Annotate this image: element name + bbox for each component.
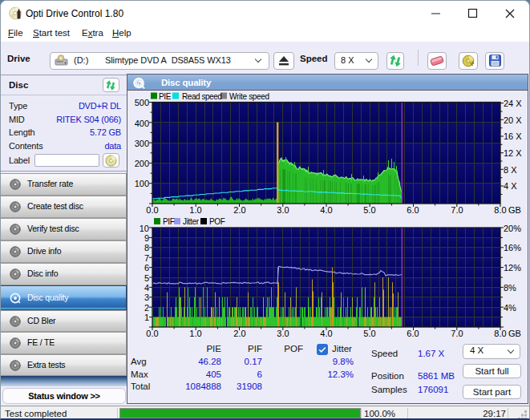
svg-text:20%: 20% xyxy=(504,224,521,233)
svg-text:2.0: 2.0 xyxy=(233,205,245,215)
svg-text:5: 5 xyxy=(144,273,149,283)
svg-text:400: 400 xyxy=(135,119,149,128)
svg-text:Read speed: Read speed xyxy=(182,92,221,101)
svg-text:0.0: 0.0 xyxy=(146,329,158,338)
svg-text:3: 3 xyxy=(144,293,149,302)
svg-text:1.0: 1.0 xyxy=(189,205,201,215)
svg-text:300: 300 xyxy=(135,139,149,148)
svg-text:4.0: 4.0 xyxy=(320,205,332,215)
svg-text:7.0: 7.0 xyxy=(451,329,463,338)
svg-text:10: 10 xyxy=(140,224,149,233)
svg-text:8: 8 xyxy=(144,243,149,252)
svg-text:24 X: 24 X xyxy=(504,99,522,108)
svg-text:9: 9 xyxy=(144,233,149,243)
svg-text:POF: POF xyxy=(209,217,225,226)
svg-text:100: 100 xyxy=(135,179,149,188)
svg-text:200: 200 xyxy=(135,159,149,168)
svg-text:12%: 12% xyxy=(504,263,521,273)
svg-text:2.0: 2.0 xyxy=(233,329,245,338)
svg-text:Write speed: Write speed xyxy=(229,92,269,101)
svg-text:4: 4 xyxy=(144,283,149,293)
svg-text:5.0: 5.0 xyxy=(363,205,375,215)
svg-text:12 X: 12 X xyxy=(504,148,522,158)
svg-text:20 X: 20 X xyxy=(504,115,522,125)
svg-text:6.0: 6.0 xyxy=(407,329,419,338)
svg-text:16 X: 16 X xyxy=(504,131,522,141)
svg-text:Jitter: Jitter xyxy=(183,217,200,226)
svg-text:3.0: 3.0 xyxy=(277,205,289,215)
svg-text:16%: 16% xyxy=(504,243,521,252)
svg-text:GB: GB xyxy=(508,205,521,215)
svg-text:8.0: 8.0 xyxy=(494,329,506,338)
svg-text:7: 7 xyxy=(144,253,149,263)
svg-text:4 X: 4 X xyxy=(504,181,517,191)
svg-text:PIF: PIF xyxy=(163,217,175,226)
svg-text:4%: 4% xyxy=(504,303,516,313)
svg-text:2: 2 xyxy=(144,303,149,313)
svg-text:8 X: 8 X xyxy=(504,165,517,175)
svg-text:6: 6 xyxy=(144,263,149,273)
svg-text:500: 500 xyxy=(135,98,149,107)
svg-text:PIE: PIE xyxy=(159,92,172,101)
svg-text:5.0: 5.0 xyxy=(363,329,375,338)
svg-text:1.0: 1.0 xyxy=(189,329,201,338)
svg-text:7.0: 7.0 xyxy=(451,205,463,215)
svg-text:6.0: 6.0 xyxy=(407,205,419,215)
svg-text:4.0: 4.0 xyxy=(320,329,332,338)
svg-text:1: 1 xyxy=(144,313,149,322)
svg-text:8%: 8% xyxy=(504,283,516,293)
svg-text:GB: GB xyxy=(508,329,521,338)
svg-text:0.0: 0.0 xyxy=(146,205,158,215)
svg-text:8.0: 8.0 xyxy=(494,205,506,215)
svg-text:3.0: 3.0 xyxy=(277,329,289,338)
